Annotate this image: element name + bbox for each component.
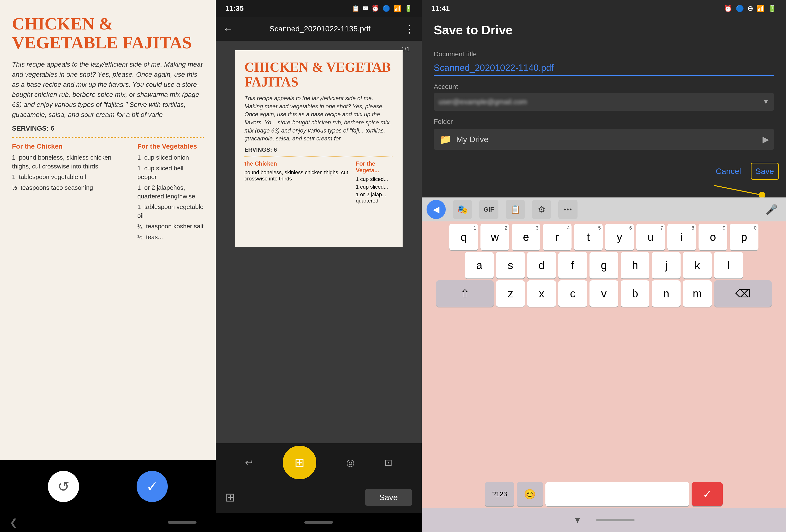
erase-tool-button[interactable]: ◎ [346,457,355,468]
clipboard-tool-icon: 📋 [510,204,521,214]
panel1-nav-bar: ❮ [0,513,216,532]
pdf-filename: Scanned_20201022-1135.pdf [240,24,399,33]
more-options-button[interactable]: ⋮ [404,23,415,35]
signal-icon: 📶 [393,5,401,12]
nav-down-icon[interactable]: ▼ [573,515,582,525]
action-buttons: Cancel Save [422,164,786,183]
qwerty-row3: ⇧ z x c v b n m ⌫ [425,280,782,307]
save-button[interactable]: Save [365,489,412,506]
panel3-save-dialog: 11:41 ⏰ 🔵 ⊖ 📶 🔋 Save to Drive Document t… [422,0,786,532]
key-n[interactable]: n [652,280,680,307]
key-d[interactable]: d [527,252,556,278]
annotation-area [422,183,786,198]
keyboard-back-button[interactable]: ◀ [426,200,446,219]
back-button[interactable]: ← [223,23,233,35]
gif-button[interactable]: GIF [479,200,499,219]
key-a[interactable]: a [465,252,494,278]
symbols-key[interactable]: ?123 [485,482,514,506]
microphone-button[interactable]: 🎤 [762,200,781,219]
panel2-toolbar: ← Scanned_20201022-1135.pdf ⋮ [216,17,422,41]
add-page-button[interactable]: ⊞ [225,490,235,504]
key-f[interactable]: f [558,252,587,278]
list-item: 1 or 2 jalapeños, quartered lengthwise [137,183,204,201]
pdf-chicken-header: the Chicken [245,160,349,167]
undo-tool-button[interactable]: ↩ [245,457,253,468]
key-c[interactable]: c [558,280,587,307]
pdf-veggies-col: For the Vegeta... 1 cup sliced... 1 cup … [356,160,393,205]
folder-selector[interactable]: 📁 My Drive ▶ [434,129,774,150]
keyboard-rows: 1q 2w 3e 4r 5t 6y 7u 8i 9o 0p a s d f g … [422,222,786,480]
list-item: 1 tablespoon vegetable oil [12,172,128,181]
confirm-button[interactable]: ✓ [137,471,168,502]
key-h[interactable]: h [621,252,649,278]
account-selector[interactable]: user@example@gmail.com ▼ [434,93,774,111]
bluetooth-icon2: 🔵 [736,4,744,13]
folder-name: My Drive [456,135,488,144]
key-l[interactable]: l [714,252,743,278]
panel2-status-icons: 📋 ✉ ⏰ 🔵 📶 🔋 [352,5,412,12]
pdf-veggies-header: For the Vegeta... [356,160,393,174]
dialog-title: Save to Drive [434,23,513,37]
key-i[interactable]: 8i [667,224,696,250]
panel1-bottom-controls: ↺ ✓ [0,460,216,513]
key-e[interactable]: 3e [512,224,540,250]
key-v[interactable]: v [590,280,618,307]
key-z[interactable]: z [496,280,525,307]
key-g[interactable]: g [590,252,618,278]
back-chevron-icon[interactable]: ❮ [9,517,18,528]
save-button[interactable]: Save [756,166,774,176]
pdf-recipe-intro: This recipe appeals to the lazy/efficien… [245,94,393,143]
keyboard-nav: ▼ [422,508,786,532]
emoji-key[interactable]: 😊 [517,482,543,506]
key-q[interactable]: 1q [449,224,478,250]
key-m[interactable]: m [683,280,712,307]
pdf-columns: the Chicken pound boneless, skinless chi… [245,160,393,205]
settings-icon: ⚙ [538,204,546,214]
key-u[interactable]: 7u [636,224,665,250]
shift-key[interactable]: ⇧ [436,280,494,307]
panel2-save-bar: ⊞ Save [216,482,422,513]
more-button[interactable]: ••• [558,200,578,219]
key-w[interactable]: 2w [481,224,509,250]
key-o[interactable]: 9o [698,224,727,250]
more-icon: ••• [563,206,572,213]
key-s[interactable]: s [496,252,525,278]
enter-key[interactable]: ✓ [692,482,723,506]
account-value: user@example@gmail.com [439,98,527,106]
key-y[interactable]: 6y [605,224,634,250]
add-pages-button[interactable]: ⊞ [283,446,316,479]
key-b[interactable]: b [621,280,649,307]
pdf-page: CHICKEN & VEGETABFAJITAS This recipe app… [235,50,402,247]
backspace-key[interactable]: ⌫ [714,280,771,307]
crop-tool-button[interactable]: ⊡ [384,457,393,468]
key-p[interactable]: 0p [730,224,759,250]
panel1-recipe-scan: CHICKEN & VEGETABLE FAJITAS This recipe … [0,0,216,532]
recipe-content: CHICKEN & VEGETABLE FAJITAS This recipe … [0,0,216,460]
key-x[interactable]: x [527,280,556,307]
panel2-nav-pill [304,521,333,524]
list-item: 1 cup sliced bell pepper [137,164,204,181]
clipboard-icon: 📋 [352,5,360,12]
space-key[interactable] [546,482,689,506]
panel3-status-bar: 11:41 ⏰ 🔵 ⊖ 📶 🔋 [422,0,786,17]
keyboard-bottom-row: ?123 😊 ✓ [422,480,786,508]
key-j[interactable]: j [652,252,680,278]
undo-button[interactable]: ↺ [48,471,79,502]
key-t[interactable]: 5t [574,224,603,250]
clipboard-tool-button[interactable]: 📋 [506,200,525,219]
folder-chevron-icon: ▶ [763,135,769,144]
pdf-dotted-divider [245,157,393,157]
panel2-pdf-viewer: 11:35 📋 ✉ ⏰ 🔵 📶 🔋 ← Scanned_20201022-113… [216,0,422,532]
recipe-intro: This recipe appeals to the lazy/efficien… [12,60,204,120]
cancel-button[interactable]: Cancel [716,166,741,176]
bluetooth-icon: 🔵 [383,5,390,12]
key-r[interactable]: 4r [543,224,572,250]
list-item: 1 or 2 jalap... quartered [356,191,393,204]
account-chevron-icon: ▼ [763,98,769,106]
list-item: 1 cup sliced... [356,176,393,182]
settings-button[interactable]: ⚙ [532,200,551,219]
doc-title-input[interactable] [434,61,774,76]
folder-label: Folder [434,118,774,125]
key-k[interactable]: k [683,252,712,278]
sticker-button[interactable]: 🎭 [453,200,472,219]
